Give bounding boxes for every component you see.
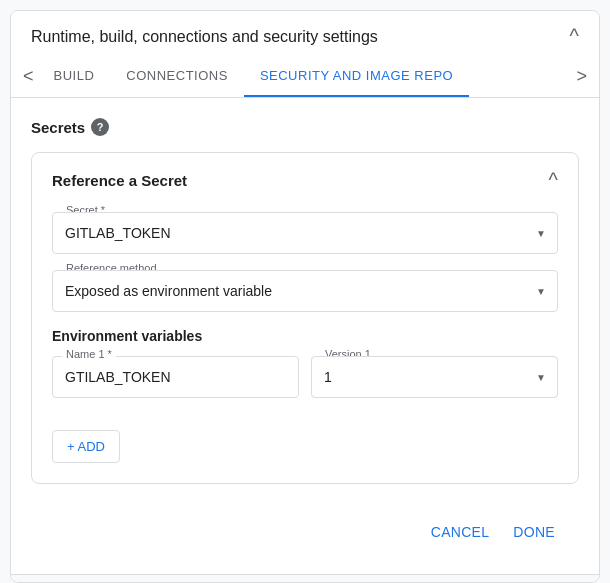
name-input[interactable] xyxy=(52,356,299,398)
add-button[interactable]: + ADD xyxy=(52,430,120,463)
name-field-label: Name 1 * xyxy=(62,348,116,360)
card-collapse-icon[interactable]: ^ xyxy=(549,169,558,192)
tab-connections[interactable]: CONNECTIONS xyxy=(110,56,244,97)
secrets-help-icon[interactable]: ? xyxy=(91,118,109,136)
header: Runtime, build, connections and security… xyxy=(11,11,599,48)
bottom-strip xyxy=(11,574,599,582)
content-area: Secrets ? Reference a Secret ^ Secret * … xyxy=(11,98,599,574)
done-button[interactable]: DONE xyxy=(509,516,559,548)
secret-select[interactable]: GITLAB_TOKEN xyxy=(52,212,558,254)
collapse-icon[interactable]: ^ xyxy=(570,25,579,48)
tab-security-and-image-repo[interactable]: SECURITY AND IMAGE REPO xyxy=(244,56,469,97)
env-vars-title: Environment variables xyxy=(52,328,558,344)
card-header: Reference a Secret ^ xyxy=(52,169,558,192)
cancel-button[interactable]: CANCEL xyxy=(427,516,494,548)
footer-actions: CANCEL DONE xyxy=(31,500,579,564)
tab-prev-button[interactable]: < xyxy=(19,58,38,95)
secret-field-group: Secret * GITLAB_TOKEN xyxy=(52,212,558,254)
tabs-container: < BUILD CONNECTIONS SECURITY AND IMAGE R… xyxy=(11,56,599,98)
tab-build[interactable]: BUILD xyxy=(38,56,111,97)
secrets-section-title: Secrets ? xyxy=(31,118,579,136)
version-select-wrapper: 1 xyxy=(311,356,558,398)
reference-method-field-group: Reference method Exposed as environment … xyxy=(52,270,558,312)
secret-select-wrapper: GITLAB_TOKEN xyxy=(52,212,558,254)
page-title: Runtime, build, connections and security… xyxy=(31,28,378,46)
version-field-group: Version 1 1 xyxy=(311,356,558,398)
version-select[interactable]: 1 xyxy=(311,356,558,398)
card-title: Reference a Secret xyxy=(52,172,187,189)
reference-secret-card: Reference a Secret ^ Secret * GITLAB_TOK… xyxy=(31,152,579,484)
env-vars-row: Name 1 * Version 1 1 xyxy=(52,356,558,414)
tabs: BUILD CONNECTIONS SECURITY AND IMAGE REP… xyxy=(38,56,573,97)
reference-method-select[interactable]: Exposed as environment variable xyxy=(52,270,558,312)
tab-next-button[interactable]: > xyxy=(572,58,591,95)
reference-method-select-wrapper: Exposed as environment variable xyxy=(52,270,558,312)
main-container: Runtime, build, connections and security… xyxy=(10,10,600,583)
name-field-group: Name 1 * xyxy=(52,356,299,398)
